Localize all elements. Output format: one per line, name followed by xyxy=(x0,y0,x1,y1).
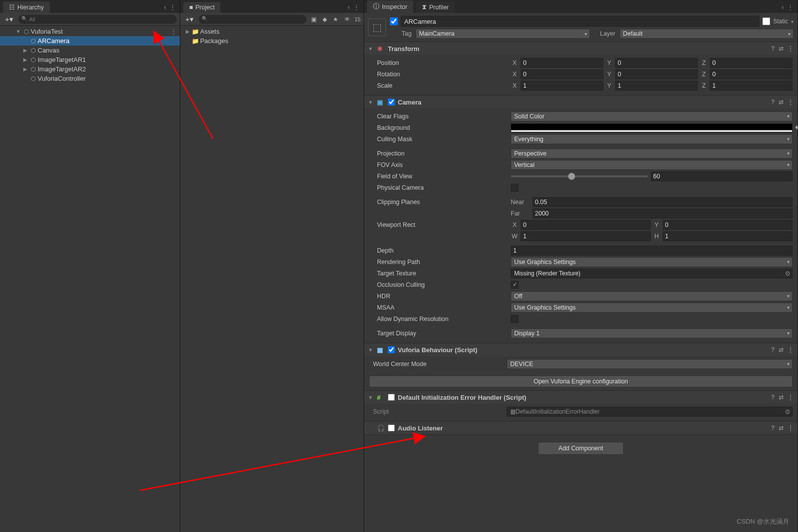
target-texture-field[interactable]: Missing (Render Texture) xyxy=(511,268,793,278)
hierarchy-item-canvas[interactable]: ▶ ⬡ Canvas xyxy=(0,46,180,55)
rotation-x-field[interactable] xyxy=(521,69,603,79)
visibility-icon[interactable]: 👁 xyxy=(343,16,352,23)
lock-icon[interactable]: ⫞ xyxy=(347,3,350,11)
hierarchy-item[interactable]: ⬡ VuforiaController xyxy=(0,74,180,83)
scene-row[interactable]: ▼ ⬡ VuforiaTest ⋮ xyxy=(0,27,180,36)
component-header[interactable]: ▼ ⚛ Transform ?⇄⋮ xyxy=(364,42,798,55)
rotation-y-field[interactable] xyxy=(615,69,698,79)
create-button[interactable]: +▾ xyxy=(3,15,15,24)
rendering-path-dropdown[interactable]: Use Graphics Settings xyxy=(511,257,793,267)
expand-arrow-icon[interactable]: ▶ xyxy=(184,29,191,34)
menu-icon[interactable]: ⋮ xyxy=(787,3,794,11)
preset-icon[interactable]: ⇄ xyxy=(779,99,784,106)
foldout-arrow-icon[interactable]: ▼ xyxy=(368,395,374,400)
create-button[interactable]: +▾ xyxy=(183,15,196,24)
preset-icon[interactable]: ⇄ xyxy=(779,45,784,52)
more-icon[interactable]: ⋮ xyxy=(170,28,180,35)
physical-camera-checkbox[interactable] xyxy=(511,184,519,192)
viewport-h-field[interactable] xyxy=(663,231,793,241)
projection-dropdown[interactable]: Perspective xyxy=(511,149,793,159)
component-enabled-checkbox[interactable] xyxy=(388,394,395,401)
component-header[interactable]: ▼ ▣ Camera ?⇄⋮ xyxy=(364,96,798,108)
preset-icon[interactable]: ⇄ xyxy=(779,394,784,401)
project-tab[interactable]: ■Project xyxy=(183,2,220,13)
position-z-field[interactable] xyxy=(710,58,793,68)
inspector-tab[interactable]: ⓘInspector xyxy=(367,0,413,13)
foldout-arrow-icon[interactable]: ▼ xyxy=(368,100,374,105)
hierarchy-search-input[interactable] xyxy=(18,15,177,24)
fov-field[interactable] xyxy=(651,171,793,181)
gameobject-name-field[interactable] xyxy=(401,16,759,27)
viewport-y-field[interactable] xyxy=(663,220,793,230)
menu-icon[interactable]: ⋮ xyxy=(169,3,176,11)
component-enabled-checkbox[interactable] xyxy=(388,346,395,353)
menu-icon[interactable]: ⋮ xyxy=(353,3,360,11)
position-y-field[interactable] xyxy=(615,58,698,68)
help-icon[interactable]: ? xyxy=(771,346,775,353)
hdr-dropdown[interactable]: Off xyxy=(511,291,793,301)
options-icon[interactable]: ⋮ xyxy=(788,99,794,106)
options-icon[interactable]: ⋮ xyxy=(788,346,794,353)
depth-field[interactable] xyxy=(511,246,793,256)
project-item-assets[interactable]: ▶ 📁 Assets xyxy=(180,27,364,36)
scale-z-field[interactable] xyxy=(710,81,793,91)
expand-arrow-icon[interactable]: ▶ xyxy=(22,48,29,53)
layer-dropdown[interactable]: Default xyxy=(620,29,794,39)
help-icon[interactable]: ? xyxy=(771,425,775,431)
lock-icon[interactable]: ⫞ xyxy=(163,3,166,11)
viewport-w-field[interactable] xyxy=(521,231,651,241)
type-filter-icon[interactable]: ◆ xyxy=(321,16,328,23)
far-clip-field[interactable] xyxy=(532,209,793,218)
active-checkbox[interactable] xyxy=(390,17,398,25)
expand-arrow-icon[interactable]: ▶ xyxy=(22,57,29,62)
component-enabled-checkbox[interactable] xyxy=(388,99,395,106)
fov-slider[interactable] xyxy=(511,171,793,181)
add-component-button[interactable]: Add Component xyxy=(538,442,623,455)
foldout-arrow-icon[interactable]: ▼ xyxy=(368,46,374,52)
preset-icon[interactable]: ⇄ xyxy=(779,425,784,431)
hierarchy-item[interactable]: ▶ ⬡ ImageTargetAR2 xyxy=(0,64,180,74)
msaa-dropdown[interactable]: Use Graphics Settings xyxy=(511,303,793,313)
gameobject-icon[interactable]: ⬚ xyxy=(368,18,386,36)
scale-x-field[interactable] xyxy=(521,81,603,91)
filter-icon[interactable]: ▣ xyxy=(310,16,318,23)
hierarchy-item[interactable]: ▶ ⬡ ImageTargetAR1 xyxy=(0,55,180,64)
near-clip-field[interactable] xyxy=(532,197,793,207)
background-color-field[interactable] xyxy=(511,123,793,132)
options-icon[interactable]: ⋮ xyxy=(788,425,794,431)
viewport-x-field[interactable] xyxy=(521,220,651,230)
culling-mask-dropdown[interactable]: Everything xyxy=(511,134,793,144)
fov-axis-dropdown[interactable]: Vertical xyxy=(511,160,793,170)
world-center-mode-dropdown[interactable]: DEVICE xyxy=(507,359,793,369)
component-enabled-checkbox[interactable] xyxy=(388,425,395,431)
target-display-dropdown[interactable]: Display 1 xyxy=(511,328,793,338)
component-header[interactable]: ▼ 🎧 Audio Listener ?⇄⋮ xyxy=(364,422,798,434)
clear-flags-dropdown[interactable]: Solid Color xyxy=(511,111,793,121)
options-icon[interactable]: ⋮ xyxy=(788,45,794,52)
open-vuforia-config-button[interactable]: Open Vuforia Engine configuration xyxy=(369,375,793,387)
dynamic-resolution-checkbox[interactable] xyxy=(511,315,519,323)
expand-arrow-icon[interactable]: ▶ xyxy=(22,66,29,72)
occlusion-checkbox[interactable]: ✓ xyxy=(511,281,519,289)
scale-y-field[interactable] xyxy=(615,81,698,91)
hierarchy-tab[interactable]: ☷Hierarchy xyxy=(3,1,50,13)
help-icon[interactable]: ? xyxy=(771,45,775,52)
preset-icon[interactable]: ⇄ xyxy=(779,346,784,353)
help-icon[interactable]: ? xyxy=(771,99,775,106)
tag-dropdown[interactable]: MainCamera xyxy=(416,29,590,39)
component-header[interactable]: ▼ ▦ Vuforia Behaviour (Script) ?⇄⋮ xyxy=(364,343,798,356)
options-icon[interactable]: ⋮ xyxy=(788,394,794,401)
hierarchy-item-arcamera[interactable]: ⬡ ARCamera xyxy=(0,36,180,46)
profiler-tab[interactable]: ⧗Profiler xyxy=(416,1,455,13)
component-header[interactable]: ▼ # Default Initialization Error Handler… xyxy=(364,391,798,404)
static-checkbox[interactable] xyxy=(762,17,770,25)
star-icon[interactable]: ★ xyxy=(331,16,340,23)
expand-arrow-icon[interactable]: ▼ xyxy=(15,29,22,34)
help-icon[interactable]: ? xyxy=(771,394,775,401)
position-x-field[interactable] xyxy=(521,58,603,68)
project-search-input[interactable] xyxy=(199,15,307,24)
lock-icon[interactable]: ⫞ xyxy=(781,3,784,11)
rotation-z-field[interactable] xyxy=(710,69,793,79)
project-item-packages[interactable]: 📁 Packages xyxy=(180,36,364,46)
foldout-arrow-icon[interactable]: ▼ xyxy=(368,347,374,353)
